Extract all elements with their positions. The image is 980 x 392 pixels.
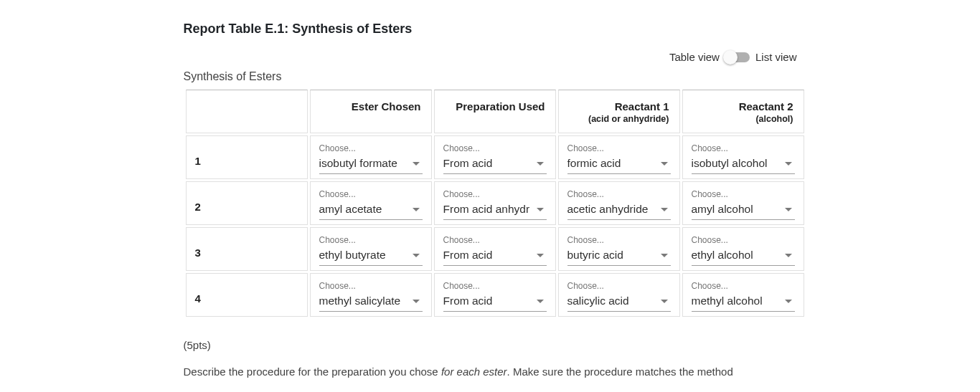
table-row: 4Choose...methyl salicylateChoose...From… [186,273,804,317]
select-label: Choose... [319,235,423,245]
column-header-prep: Preparation Used [434,90,556,133]
react2-select[interactable]: Choose...amyl alcohol [692,189,795,220]
cell-prep: Choose...From acid [434,227,556,271]
column-header-prep-text: Preparation Used [456,100,545,113]
column-header-react2-text: Reactant 2 [739,100,793,113]
chevron-down-icon [661,300,668,303]
ester-select[interactable]: Choose...isobutyl formate [319,143,423,174]
select-value: From acid anhydr [443,203,530,216]
react2-select[interactable]: Choose...methyl alcohol [692,281,795,312]
cell-ester: Choose...isobutyl formate [310,135,432,179]
table-view-label: Table view [669,51,720,63]
view-toggle-row: Table view List view [184,51,797,63]
chevron-down-icon [537,300,544,303]
select-value: ethyl alcohol [692,249,753,262]
row-number: 3 [186,227,308,271]
select-field[interactable]: ethyl alcohol [692,247,795,266]
select-value: formic acid [567,157,621,170]
react2-select[interactable]: Choose...isobutyl alcohol [692,143,795,174]
select-label: Choose... [443,235,547,245]
ester-select[interactable]: Choose...ethyl butyrate [319,235,423,266]
column-header-ester: Ester Chosen [310,90,432,133]
row-number: 1 [186,135,308,179]
list-view-label: List view [755,51,797,63]
select-field[interactable]: isobutyl alcohol [692,155,795,174]
select-field[interactable]: methyl salicylate [319,292,423,312]
select-label: Choose... [692,143,795,153]
select-field[interactable]: formic acid [567,155,671,174]
chevron-down-icon [785,254,792,257]
select-field[interactable]: ethyl butyrate [319,247,423,266]
cell-react2: Choose...amyl alcohol [682,181,804,225]
cell-ester: Choose...ethyl butyrate [310,227,432,271]
select-label: Choose... [319,281,423,291]
select-value: salicylic acid [567,295,629,307]
select-field[interactable]: acetic anhydride [567,201,671,220]
cell-prep: Choose...From acid [434,135,556,179]
instruction-after: . Make sure the procedure matches the me… [507,365,733,378]
ester-select[interactable]: Choose...amyl acetate [319,189,423,220]
select-field[interactable]: isobutyl formate [319,155,423,174]
react1-select[interactable]: Choose...formic acid [567,143,671,174]
select-field[interactable]: From acid [443,247,547,266]
chevron-down-icon [413,254,420,257]
points-label: (5pts) [184,339,797,351]
select-label: Choose... [692,281,795,291]
view-toggle-switch[interactable] [725,52,750,62]
switch-knob [723,50,738,64]
chevron-down-icon [413,300,420,303]
react1-select[interactable]: Choose...acetic anhydride [567,189,671,220]
chevron-down-icon [785,300,792,303]
select-label: Choose... [319,189,423,199]
cell-prep: Choose...From acid [434,273,556,317]
table-row: 1Choose...isobutyl formateChoose...From … [186,135,804,179]
select-label: Choose... [567,189,671,199]
react2-select[interactable]: Choose...ethyl alcohol [692,235,795,266]
column-header-ester-text: Ester Chosen [352,100,421,113]
select-value: methyl salicylate [319,295,401,307]
cell-react2: Choose...isobutyl alcohol [682,135,804,179]
select-label: Choose... [692,235,795,245]
chevron-down-icon [413,162,420,166]
chevron-down-icon [537,208,544,211]
select-field[interactable]: amyl acetate [319,201,423,220]
select-value: amyl acetate [319,203,382,216]
select-value: isobutyl formate [319,157,397,170]
table-row: 3Choose...ethyl butyrateChoose...From ac… [186,227,804,271]
select-field[interactable]: methyl alcohol [692,292,795,312]
select-value: ethyl butyrate [319,249,386,262]
cell-react1: Choose...salicylic acid [558,273,680,317]
cell-ester: Choose...methyl salicylate [310,273,432,317]
chevron-down-icon [413,208,420,211]
column-header-react1-text: Reactant 1 [615,100,669,113]
cell-prep: Choose...From acid anhydr [434,181,556,225]
select-field[interactable]: salicylic acid [567,292,671,312]
prep-select[interactable]: Choose...From acid anhydr [443,189,547,220]
cell-react1: Choose...formic acid [558,135,680,179]
cell-react1: Choose...butyric acid [558,227,680,271]
select-field[interactable]: From acid [443,155,547,174]
select-label: Choose... [567,143,671,153]
chevron-down-icon [537,254,544,257]
select-field[interactable]: From acid [443,292,547,312]
select-field[interactable]: From acid anhydr [443,201,547,220]
instruction-italic: for each ester [441,365,507,378]
prep-select[interactable]: Choose...From acid [443,235,547,266]
instruction-before: Describe the procedure for the preparati… [184,365,441,378]
row-number: 4 [186,273,308,317]
chevron-down-icon [661,254,668,257]
chevron-down-icon [785,208,792,211]
select-value: butyric acid [567,249,623,262]
select-field[interactable]: butyric acid [567,247,671,266]
select-label: Choose... [319,143,423,153]
prep-select[interactable]: Choose...From acid [443,281,547,312]
chevron-down-icon [785,162,792,166]
cell-react2: Choose...methyl alcohol [682,273,804,317]
chevron-down-icon [661,208,668,211]
prep-select[interactable]: Choose...From acid [443,143,547,174]
react1-select[interactable]: Choose...salicylic acid [567,281,671,312]
select-field[interactable]: amyl alcohol [692,201,795,220]
ester-select[interactable]: Choose...methyl salicylate [319,281,423,312]
react1-select[interactable]: Choose...butyric acid [567,235,671,266]
select-value: amyl alcohol [692,203,753,216]
